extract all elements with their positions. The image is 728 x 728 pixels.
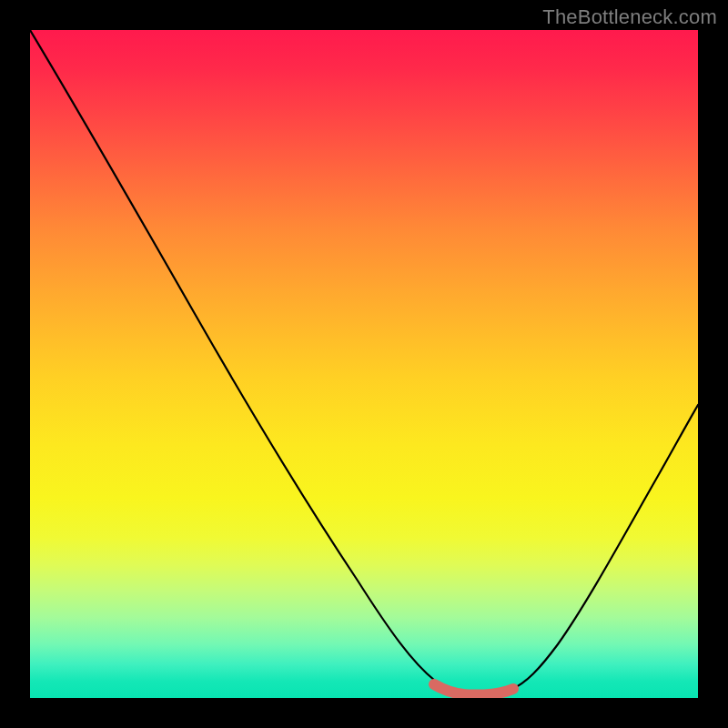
chart-frame: TheBottleneck.com — [0, 0, 728, 728]
plot-area — [30, 30, 698, 698]
curve-line — [30, 30, 698, 694]
optimal-range-marker — [434, 684, 513, 695]
watermark-text: TheBottleneck.com — [542, 5, 717, 29]
bottleneck-curve — [30, 30, 698, 698]
